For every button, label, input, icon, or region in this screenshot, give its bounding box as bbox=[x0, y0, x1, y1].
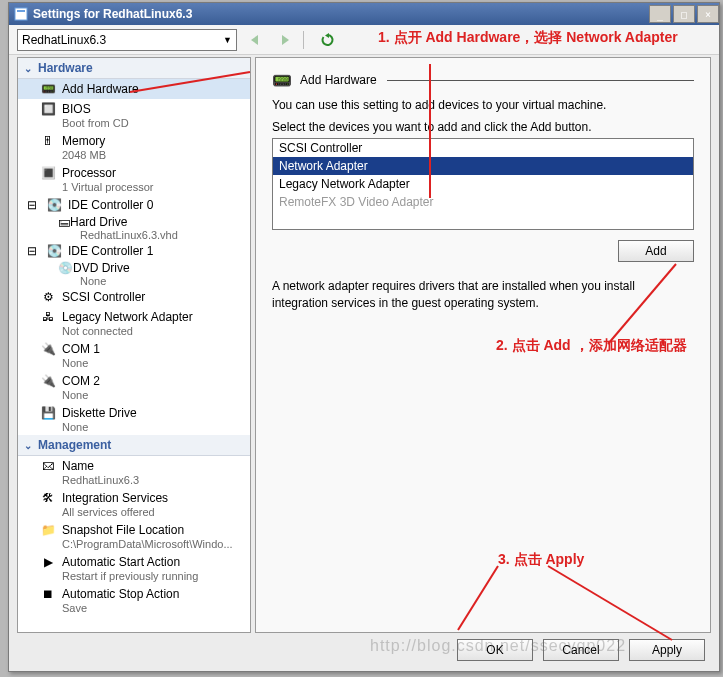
section-label: Management bbox=[38, 438, 111, 452]
sidebar-item-scsi[interactable]: ⚙SCSI Controller bbox=[18, 287, 250, 307]
sidebar-item-bios[interactable]: 🔲BIOS Boot from CD bbox=[18, 99, 250, 131]
window-controls: _ □ × bbox=[647, 5, 719, 23]
ok-button[interactable]: OK bbox=[457, 639, 533, 661]
main-header: 📟 Add Hardware bbox=[272, 70, 694, 90]
collapse-icon: ⌄ bbox=[24, 63, 32, 74]
sidebar-item-com1[interactable]: 🔌COM 1 None bbox=[18, 339, 250, 371]
sidebar-item-hard-drive[interactable]: 🖴Hard Drive RedhatLinux6.3.vhd bbox=[18, 215, 250, 241]
settings-window: Settings for RedhatLinux6.3 _ □ × Redhat… bbox=[8, 2, 720, 672]
svg-rect-0 bbox=[15, 8, 27, 20]
processor-icon: 🔳 bbox=[40, 165, 56, 181]
main-title: Add Hardware bbox=[300, 73, 377, 87]
diskette-icon: 💾 bbox=[40, 405, 56, 421]
sidebar-item-legacy-net[interactable]: 🖧Legacy Network Adapter Not connected bbox=[18, 307, 250, 339]
titlebar[interactable]: Settings for RedhatLinux6.3 _ □ × bbox=[9, 3, 719, 25]
management-section-header[interactable]: ⌄ Management bbox=[18, 435, 250, 456]
add-hardware-icon: 📟 bbox=[40, 81, 56, 97]
svg-marker-3 bbox=[282, 35, 289, 45]
hardware-section-header[interactable]: ⌄ Hardware bbox=[18, 58, 250, 79]
body: ⌄ Hardware 📟Add Hardware 🔲BIOS Boot from… bbox=[9, 55, 719, 635]
cancel-button[interactable]: Cancel bbox=[543, 639, 619, 661]
toolbar: RedhatLinux6.3 ▼ bbox=[9, 25, 719, 55]
apply-button[interactable]: Apply bbox=[629, 639, 705, 661]
sidebar-item-auto-stop[interactable]: ⏹Automatic Stop Action Save bbox=[18, 584, 250, 616]
folder-icon: 📁 bbox=[40, 522, 56, 538]
main-desc-2: Select the devices you want to add and c… bbox=[272, 120, 694, 134]
serial-icon: 🔌 bbox=[40, 373, 56, 389]
header-divider bbox=[387, 80, 694, 81]
section-label: Hardware bbox=[38, 61, 93, 75]
device-listbox[interactable]: SCSI Controller Network Adapter Legacy N… bbox=[272, 138, 694, 230]
add-button[interactable]: Add bbox=[618, 240, 694, 262]
dialog-footer: OK Cancel Apply bbox=[457, 639, 705, 661]
controller-icon: 💽 bbox=[46, 243, 62, 259]
bios-icon: 🔲 bbox=[40, 101, 56, 117]
services-icon: 🛠 bbox=[40, 490, 56, 506]
main-panel: 📟 Add Hardware You can use this setting … bbox=[255, 57, 711, 633]
nav-forward-button bbox=[273, 29, 297, 51]
dvd-icon: 💿 bbox=[58, 261, 73, 275]
sidebar-item-processor[interactable]: 🔳Processor 1 Virtual processor bbox=[18, 163, 250, 195]
sidebar-item-integration[interactable]: 🛠Integration Services All services offer… bbox=[18, 488, 250, 520]
hard-drive-icon: 🖴 bbox=[58, 215, 70, 229]
sidebar-item-ide1[interactable]: ⊟💽IDE Controller 1 bbox=[18, 241, 250, 261]
sidebar-item-snapshot[interactable]: 📁Snapshot File Location C:\ProgramData\M… bbox=[18, 520, 250, 552]
maximize-button[interactable]: □ bbox=[673, 5, 695, 23]
scsi-icon: ⚙ bbox=[40, 289, 56, 305]
collapse-icon: ⌄ bbox=[24, 440, 32, 451]
minimize-button[interactable]: _ bbox=[649, 5, 671, 23]
nav-back-button bbox=[243, 29, 267, 51]
svg-marker-2 bbox=[251, 35, 258, 45]
memory-icon: 🎚 bbox=[40, 133, 56, 149]
vm-selector[interactable]: RedhatLinux6.3 ▼ bbox=[17, 29, 237, 51]
app-icon bbox=[13, 6, 29, 22]
sidebar-item-memory[interactable]: 🎚Memory 2048 MB bbox=[18, 131, 250, 163]
minus-icon[interactable]: ⊟ bbox=[24, 243, 40, 259]
close-button[interactable]: × bbox=[697, 5, 719, 23]
toolbar-divider bbox=[303, 31, 304, 49]
vm-selector-value: RedhatLinux6.3 bbox=[22, 33, 106, 47]
sidebar-item-auto-start[interactable]: ▶Automatic Start Action Restart if previ… bbox=[18, 552, 250, 584]
main-desc-1: You can use this setting to add devices … bbox=[272, 98, 694, 112]
device-option-remotefx[interactable]: RemoteFX 3D Video Adapter bbox=[273, 193, 693, 211]
svg-marker-4 bbox=[325, 33, 329, 38]
controller-icon: 💽 bbox=[46, 197, 62, 213]
sidebar-item-com2[interactable]: 🔌COM 2 None bbox=[18, 371, 250, 403]
refresh-button[interactable] bbox=[316, 29, 340, 51]
serial-icon: 🔌 bbox=[40, 341, 56, 357]
device-option-legacy-network[interactable]: Legacy Network Adapter bbox=[273, 175, 693, 193]
sidebar-item-add-hardware[interactable]: 📟Add Hardware bbox=[18, 79, 250, 99]
device-option-network-adapter[interactable]: Network Adapter bbox=[273, 157, 693, 175]
device-option-scsi[interactable]: SCSI Controller bbox=[273, 139, 693, 157]
minus-icon[interactable]: ⊟ bbox=[24, 197, 40, 213]
svg-rect-1 bbox=[17, 10, 25, 12]
window-title: Settings for RedhatLinux6.3 bbox=[33, 7, 192, 21]
sidebar-item-diskette[interactable]: 💾Diskette Drive None bbox=[18, 403, 250, 435]
tag-icon: 🖂 bbox=[40, 458, 56, 474]
stop-icon: ⏹ bbox=[40, 586, 56, 602]
sidebar-item-name[interactable]: 🖂Name RedhatLinux6.3 bbox=[18, 456, 250, 488]
sidebar-item-dvd-drive[interactable]: 💿DVD Drive None bbox=[18, 261, 250, 287]
network-icon: 🖧 bbox=[40, 309, 56, 325]
sidebar: ⌄ Hardware 📟Add Hardware 🔲BIOS Boot from… bbox=[17, 57, 251, 633]
sidebar-item-ide0[interactable]: ⊟💽IDE Controller 0 bbox=[18, 195, 250, 215]
chevron-down-icon: ▼ bbox=[223, 35, 232, 45]
start-icon: ▶ bbox=[40, 554, 56, 570]
info-text: A network adapter requires drivers that … bbox=[272, 278, 694, 312]
add-hardware-icon: 📟 bbox=[272, 70, 292, 90]
